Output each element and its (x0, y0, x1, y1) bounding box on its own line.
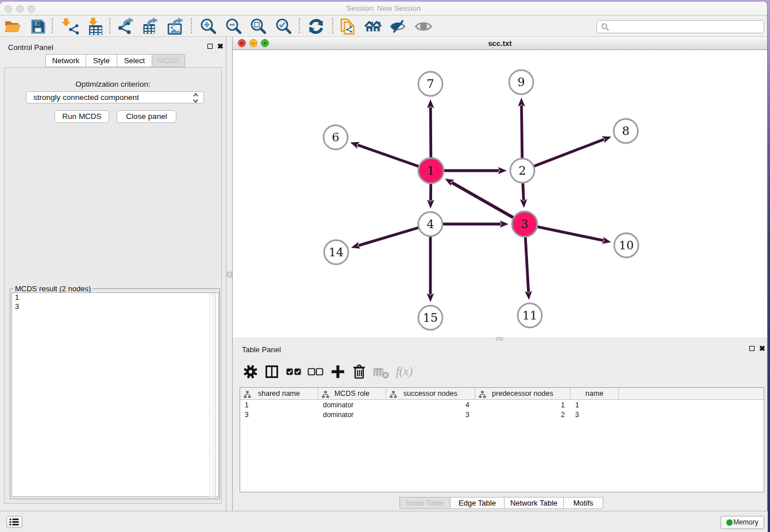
mcds-panel: Optimization criterion: strongly connect… (4, 67, 222, 504)
network-node-6[interactable]: 6 (324, 125, 348, 149)
table-cell[interactable]: 2 (475, 410, 565, 420)
column-header-predecessor-nodes[interactable]: predecessor nodes (475, 388, 571, 400)
control-panel-float-button[interactable] (207, 44, 213, 49)
run-mcds-button[interactable]: Run MCDS (55, 110, 109, 123)
network-node-3[interactable]: 3 (512, 211, 537, 237)
network-node-14[interactable]: 14 (324, 240, 348, 264)
search-input[interactable] (596, 20, 764, 33)
tab-mcds[interactable]: MCDS (152, 54, 185, 67)
mcds-result-item[interactable]: 1 (12, 293, 218, 302)
function-builder-glyph: f(x) (396, 364, 413, 378)
network-node-15[interactable]: 15 (418, 306, 442, 330)
network-node-9[interactable]: 9 (509, 70, 533, 94)
network-node-10[interactable]: 10 (614, 233, 638, 257)
app-window: Session: New Session Control Panel ✖ Net… (0, 2, 768, 532)
mcds-result-item[interactable]: 3 (12, 302, 218, 311)
network-node-4[interactable]: 4 (418, 212, 442, 236)
table-cell[interactable]: 3 (386, 410, 469, 420)
select-all-icon[interactable] (284, 363, 303, 381)
mcds-result-list[interactable]: 13 (11, 292, 219, 497)
save-session-icon[interactable] (29, 17, 47, 36)
network-node-1[interactable]: 1 (418, 158, 444, 183)
table-panel-float-button[interactable] (749, 346, 754, 351)
show-all-icon[interactable] (414, 17, 433, 36)
memory-button[interactable]: Memory (721, 516, 764, 529)
svg-text:15: 15 (423, 311, 438, 325)
svg-text:11: 11 (522, 309, 537, 322)
toolbar-separator (52, 18, 53, 33)
zoom-selected-icon[interactable] (275, 17, 293, 36)
table-cell[interactable]: 3 (575, 410, 618, 420)
control-panel-close-button[interactable]: ✖ (217, 44, 224, 49)
tab-motifs[interactable]: Motifs (564, 497, 603, 509)
table-cell[interactable]: 3 (245, 410, 317, 420)
first-neighbors-icon[interactable] (364, 17, 382, 36)
function-builder-icon: f(x) (396, 363, 414, 381)
control-panel-title: Control Panel (8, 43, 53, 52)
network-node-11[interactable]: 11 (518, 303, 542, 327)
criterion-dropdown[interactable]: strongly connected component (26, 91, 204, 103)
svg-text:1: 1 (427, 164, 434, 178)
table-cell[interactable]: dominator (323, 410, 385, 420)
tab-select[interactable]: Select (117, 54, 152, 67)
column-header-name[interactable]: name (571, 388, 619, 400)
import-network-icon[interactable] (61, 17, 79, 36)
delete-row-icon[interactable] (350, 363, 368, 381)
add-row-icon[interactable] (329, 363, 347, 381)
tab-network[interactable]: Network (45, 54, 86, 67)
table-panel: Table Panel ✖ f(x) shared nameMCDS roles… (233, 341, 767, 513)
table-header-row: shared nameMCDS rolesuccessor nodesprede… (240, 388, 764, 400)
node-table: shared nameMCDS rolesuccessor nodesprede… (240, 387, 764, 492)
network-node-7[interactable]: 7 (418, 72, 442, 96)
column-header-shared-name[interactable]: shared name (240, 388, 318, 400)
zoom-fit-icon[interactable] (249, 17, 268, 36)
hide-selected-icon[interactable] (388, 17, 407, 36)
memory-status-icon (726, 519, 733, 526)
column-header-MCDS-role[interactable]: MCDS role (318, 388, 386, 400)
control-panel-tabs: NetworkStyleSelectMCDS (0, 54, 226, 67)
network-node-8[interactable]: 8 (614, 119, 638, 143)
zoom-out-icon[interactable] (225, 17, 243, 36)
export-image-icon[interactable] (166, 17, 184, 36)
network-node-2[interactable]: 2 (510, 159, 534, 183)
svg-text:6: 6 (332, 130, 339, 144)
app-titlebar: Session: New Session (0, 2, 767, 16)
criterion-value: strongly connected component (33, 93, 139, 102)
tab-network-table[interactable]: Network Table (505, 497, 564, 509)
gear-icon[interactable] (241, 363, 260, 381)
refresh-layout-icon[interactable] (307, 17, 325, 36)
svg-text:8: 8 (622, 124, 629, 138)
import-table-icon[interactable] (86, 17, 105, 36)
table-panel-close-button[interactable]: ✖ (759, 346, 765, 352)
table-cell[interactable]: 1 (245, 400, 317, 410)
column-header-successor-nodes[interactable]: successor nodes (386, 388, 475, 400)
network-graph[interactable]: 7968124314101511 (233, 50, 767, 337)
zoom-in-icon[interactable] (199, 17, 218, 36)
columns-icon[interactable] (263, 363, 281, 381)
table-cell[interactable]: 1 (575, 400, 618, 410)
deselect-all-icon[interactable] (306, 363, 325, 381)
toolbar-separator (299, 18, 300, 33)
export-network-icon[interactable] (117, 17, 135, 36)
network-canvas[interactable]: 7968124314101511 (233, 50, 767, 337)
tab-node-table[interactable]: Node Table (399, 497, 451, 509)
table-panel-title: Table Panel (242, 345, 281, 354)
table-toolbar: f(x) (240, 361, 760, 385)
network-window-title: scc.txt (233, 39, 767, 48)
table-cell[interactable]: 4 (386, 400, 469, 410)
open-session-icon[interactable] (3, 17, 22, 36)
tab-style[interactable]: Style (86, 54, 117, 67)
svg-text:10: 10 (619, 238, 634, 252)
export-table-icon[interactable] (141, 17, 159, 36)
vertical-splitter-grip[interactable] (227, 272, 232, 277)
result-scrollbar[interactable] (209, 294, 216, 497)
table-cell[interactable]: dominator (323, 400, 385, 410)
svg-text:9: 9 (517, 75, 525, 89)
panel-list-button[interactable] (6, 516, 22, 528)
close-panel-button[interactable]: Close panel (117, 110, 176, 123)
svg-text:3: 3 (521, 217, 528, 231)
network-window-titlebar[interactable]: ✕ − + scc.txt (233, 37, 767, 50)
clone-network-icon[interactable] (338, 17, 357, 36)
table-cell[interactable]: 1 (475, 400, 565, 410)
tab-edge-table[interactable]: Edge Table (451, 497, 505, 509)
